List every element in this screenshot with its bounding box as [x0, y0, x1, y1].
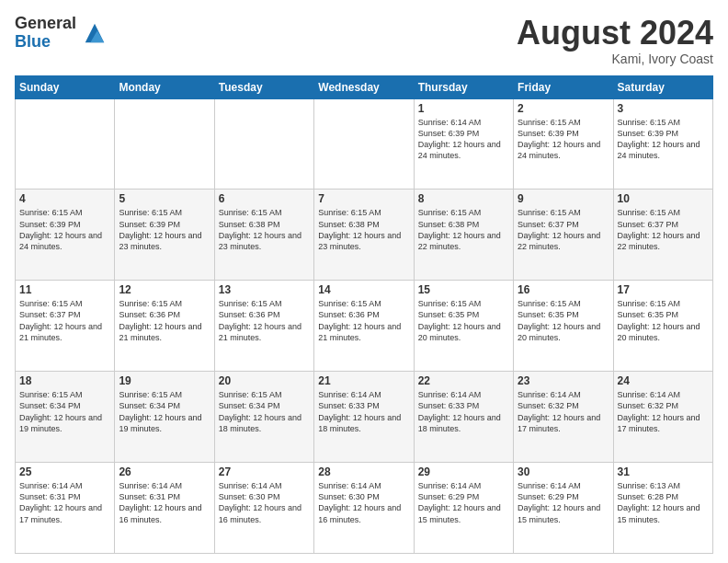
table-row: 19Sunrise: 6:15 AM Sunset: 6:34 PM Dayli… [115, 372, 214, 463]
day-info: Sunrise: 6:15 AM Sunset: 6:38 PM Dayligh… [318, 207, 409, 252]
day-info: Sunrise: 6:15 AM Sunset: 6:37 PM Dayligh… [618, 207, 709, 252]
month-title: August 2024 [517, 15, 713, 52]
day-number: 4 [19, 192, 110, 205]
day-number: 26 [119, 465, 210, 478]
day-number: 6 [219, 192, 310, 205]
table-row [214, 98, 313, 190]
table-row: 26Sunrise: 6:14 AM Sunset: 6:31 PM Dayli… [115, 463, 214, 554]
day-info: Sunrise: 6:15 AM Sunset: 6:35 PM Dayligh… [418, 298, 509, 343]
day-number: 20 [219, 374, 310, 387]
day-info: Sunrise: 6:15 AM Sunset: 6:35 PM Dayligh… [518, 298, 609, 343]
table-row: 17Sunrise: 6:15 AM Sunset: 6:35 PM Dayli… [613, 281, 712, 372]
day-number: 16 [518, 283, 609, 296]
col-monday: Monday [115, 75, 214, 98]
day-info: Sunrise: 6:14 AM Sunset: 6:31 PM Dayligh… [19, 480, 110, 525]
day-info: Sunrise: 6:15 AM Sunset: 6:36 PM Dayligh… [119, 298, 210, 343]
table-row: 29Sunrise: 6:14 AM Sunset: 6:29 PM Dayli… [414, 463, 513, 554]
table-row [314, 98, 414, 190]
day-number: 22 [418, 374, 509, 387]
location-subtitle: Kami, Ivory Coast [517, 52, 713, 66]
day-number: 18 [19, 374, 110, 387]
day-number: 5 [119, 192, 210, 205]
day-info: Sunrise: 6:14 AM Sunset: 6:33 PM Dayligh… [418, 389, 509, 434]
day-number: 3 [618, 102, 709, 115]
col-wednesday: Wednesday [314, 75, 414, 98]
calendar-week-3: 11Sunrise: 6:15 AM Sunset: 6:37 PM Dayli… [16, 281, 713, 372]
col-saturday: Saturday [613, 75, 712, 98]
table-row: 28Sunrise: 6:14 AM Sunset: 6:30 PM Dayli… [314, 463, 414, 554]
logo: General Blue [15, 15, 108, 52]
day-number: 21 [318, 374, 409, 387]
logo-blue: Blue [15, 33, 76, 52]
table-row [115, 98, 214, 190]
day-number: 27 [219, 465, 310, 478]
day-number: 8 [418, 192, 509, 205]
table-row: 22Sunrise: 6:14 AM Sunset: 6:33 PM Dayli… [414, 372, 513, 463]
col-tuesday: Tuesday [214, 75, 313, 98]
table-row: 5Sunrise: 6:15 AM Sunset: 6:39 PM Daylig… [115, 190, 214, 281]
table-row: 27Sunrise: 6:14 AM Sunset: 6:30 PM Dayli… [214, 463, 313, 554]
col-friday: Friday [514, 75, 613, 98]
table-row: 9Sunrise: 6:15 AM Sunset: 6:37 PM Daylig… [514, 190, 613, 281]
day-info: Sunrise: 6:15 AM Sunset: 6:39 PM Dayligh… [19, 207, 110, 252]
table-row: 10Sunrise: 6:15 AM Sunset: 6:37 PM Dayli… [613, 190, 712, 281]
table-row: 3Sunrise: 6:15 AM Sunset: 6:39 PM Daylig… [613, 98, 712, 190]
day-number: 29 [418, 465, 509, 478]
day-info: Sunrise: 6:15 AM Sunset: 6:37 PM Dayligh… [19, 298, 110, 343]
day-number: 30 [518, 465, 609, 478]
table-row: 24Sunrise: 6:14 AM Sunset: 6:32 PM Dayli… [613, 372, 712, 463]
logo-general: General [15, 15, 76, 33]
day-info: Sunrise: 6:15 AM Sunset: 6:39 PM Dayligh… [119, 207, 210, 252]
day-info: Sunrise: 6:14 AM Sunset: 6:32 PM Dayligh… [618, 389, 709, 434]
day-number: 23 [518, 374, 609, 387]
table-row [16, 98, 115, 190]
day-number: 19 [119, 374, 210, 387]
day-info: Sunrise: 6:15 AM Sunset: 6:38 PM Dayligh… [219, 207, 310, 252]
table-row: 30Sunrise: 6:14 AM Sunset: 6:29 PM Dayli… [514, 463, 613, 554]
table-row: 13Sunrise: 6:15 AM Sunset: 6:36 PM Dayli… [214, 281, 313, 372]
table-row: 12Sunrise: 6:15 AM Sunset: 6:36 PM Dayli… [115, 281, 214, 372]
calendar-week-5: 25Sunrise: 6:14 AM Sunset: 6:31 PM Dayli… [16, 463, 713, 554]
day-info: Sunrise: 6:15 AM Sunset: 6:35 PM Dayligh… [618, 298, 709, 343]
table-row: 25Sunrise: 6:14 AM Sunset: 6:31 PM Dayli… [16, 463, 115, 554]
table-row: 2Sunrise: 6:15 AM Sunset: 6:39 PM Daylig… [514, 98, 613, 190]
table-row: 20Sunrise: 6:15 AM Sunset: 6:34 PM Dayli… [214, 372, 313, 463]
table-row: 8Sunrise: 6:15 AM Sunset: 6:38 PM Daylig… [414, 190, 513, 281]
day-info: Sunrise: 6:14 AM Sunset: 6:31 PM Dayligh… [119, 480, 210, 525]
day-info: Sunrise: 6:14 AM Sunset: 6:30 PM Dayligh… [219, 480, 310, 525]
day-number: 24 [618, 374, 709, 387]
day-number: 1 [418, 102, 509, 115]
table-row: 18Sunrise: 6:15 AM Sunset: 6:34 PM Dayli… [16, 372, 115, 463]
day-number: 9 [518, 192, 609, 205]
day-number: 14 [318, 283, 409, 296]
day-info: Sunrise: 6:14 AM Sunset: 6:33 PM Dayligh… [318, 389, 409, 434]
calendar-header-row: Sunday Monday Tuesday Wednesday Thursday… [16, 75, 713, 98]
col-sunday: Sunday [16, 75, 115, 98]
header: General Blue August 2024 Kami, Ivory Coa… [15, 15, 713, 66]
day-number: 28 [318, 465, 409, 478]
title-block: August 2024 Kami, Ivory Coast [517, 15, 713, 66]
day-info: Sunrise: 6:14 AM Sunset: 6:32 PM Dayligh… [518, 389, 609, 434]
day-number: 15 [418, 283, 509, 296]
table-row: 16Sunrise: 6:15 AM Sunset: 6:35 PM Dayli… [514, 281, 613, 372]
day-number: 7 [318, 192, 409, 205]
day-info: Sunrise: 6:14 AM Sunset: 6:29 PM Dayligh… [518, 480, 609, 525]
page: General Blue August 2024 Kami, Ivory Coa… [0, 0, 728, 563]
day-info: Sunrise: 6:15 AM Sunset: 6:37 PM Dayligh… [518, 207, 609, 252]
table-row: 1Sunrise: 6:14 AM Sunset: 6:39 PM Daylig… [414, 98, 513, 190]
calendar-week-1: 1Sunrise: 6:14 AM Sunset: 6:39 PM Daylig… [16, 98, 713, 190]
day-info: Sunrise: 6:14 AM Sunset: 6:39 PM Dayligh… [418, 117, 509, 162]
day-info: Sunrise: 6:15 AM Sunset: 6:39 PM Dayligh… [518, 117, 609, 162]
day-number: 25 [19, 465, 110, 478]
table-row: 23Sunrise: 6:14 AM Sunset: 6:32 PM Dayli… [514, 372, 613, 463]
day-info: Sunrise: 6:15 AM Sunset: 6:36 PM Dayligh… [318, 298, 409, 343]
day-info: Sunrise: 6:15 AM Sunset: 6:39 PM Dayligh… [618, 117, 709, 162]
day-number: 17 [618, 283, 709, 296]
day-info: Sunrise: 6:15 AM Sunset: 6:36 PM Dayligh… [219, 298, 310, 343]
day-info: Sunrise: 6:15 AM Sunset: 6:38 PM Dayligh… [418, 207, 509, 252]
table-row: 15Sunrise: 6:15 AM Sunset: 6:35 PM Dayli… [414, 281, 513, 372]
calendar-table: Sunday Monday Tuesday Wednesday Thursday… [15, 75, 713, 554]
day-info: Sunrise: 6:15 AM Sunset: 6:34 PM Dayligh… [119, 389, 210, 434]
table-row: 11Sunrise: 6:15 AM Sunset: 6:37 PM Dayli… [16, 281, 115, 372]
table-row: 21Sunrise: 6:14 AM Sunset: 6:33 PM Dayli… [314, 372, 414, 463]
